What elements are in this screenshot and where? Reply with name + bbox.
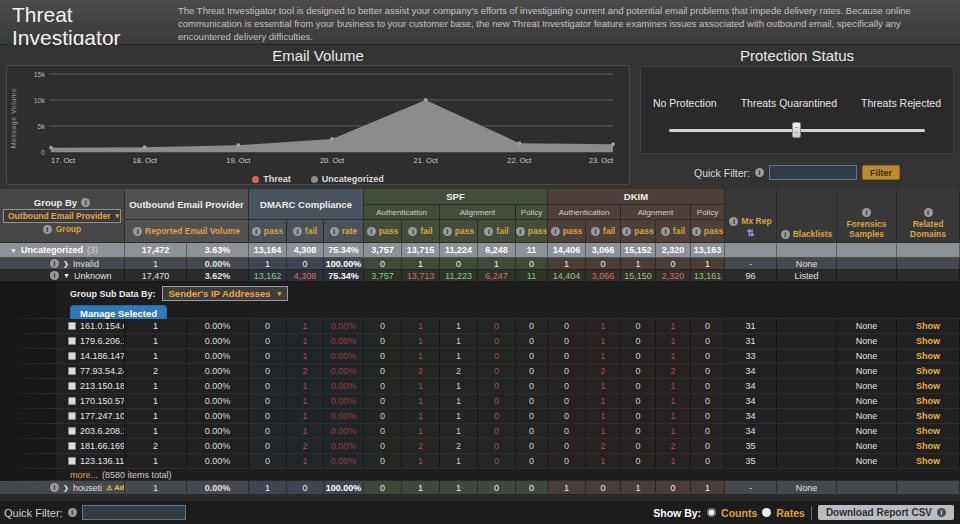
row-unknown-spf-fail: 13,713: [402, 270, 440, 282]
show-by-counts-label[interactable]: Counts: [721, 507, 757, 519]
adjust-warning-badge[interactable]: ⚠Adjust: [106, 483, 125, 492]
show-by-rates-label[interactable]: Rates: [776, 507, 805, 519]
ip-dkim-pass: 0: [621, 364, 656, 379]
col-header-dkim-fail: ifail: [586, 220, 621, 243]
info-icon[interactable]: i: [81, 198, 90, 207]
ip-row-checkbox[interactable]: [68, 382, 76, 390]
ip-row-checkbox[interactable]: [68, 442, 76, 450]
quick-filter-input-bottom[interactable]: [82, 505, 186, 520]
more-link[interactable]: more...: [70, 470, 98, 480]
ip-row-checkbox[interactable]: [68, 412, 76, 420]
info-icon[interactable]: i: [591, 227, 600, 236]
ip-spf-fail: 0: [478, 334, 516, 349]
info-icon[interactable]: i: [862, 208, 871, 217]
caret-down-icon: ▾: [278, 290, 282, 298]
slider-handle[interactable]: [792, 122, 801, 138]
ip-row-checkbox[interactable]: [68, 427, 76, 435]
info-icon[interactable]: i: [367, 227, 376, 236]
group-by-dropdown[interactable]: Outbound Email Provider▾: [3, 209, 121, 223]
ip-row-checkbox[interactable]: [68, 457, 76, 465]
show-related-domains-link[interactable]: Show: [916, 381, 940, 391]
ip-dmarc-rate: 0.00%: [324, 379, 364, 394]
quick-filter-label: Quick Filter:: [694, 167, 750, 179]
ip-row-checkbox[interactable]: [68, 397, 76, 405]
ip-address: 179.6.206.149: [80, 336, 125, 346]
row-houseti-volume-rate: 0.00%: [187, 481, 249, 495]
info-icon[interactable]: i: [133, 227, 142, 236]
ip-row-checkbox[interactable]: [68, 352, 76, 360]
ip-dkim-fail: 1: [656, 454, 691, 469]
ip-row-checkbox[interactable]: [68, 337, 76, 345]
show-related-domains-link[interactable]: Show: [916, 351, 940, 361]
ip-related: Show: [897, 319, 960, 334]
filter-button[interactable]: Filter: [862, 165, 900, 180]
info-icon[interactable]: i: [484, 227, 493, 236]
info-icon[interactable]: i: [937, 508, 946, 517]
row-uncategorized-name[interactable]: ▼Uncategorized(3): [0, 243, 125, 258]
show-related-domains-link[interactable]: Show: [916, 411, 940, 421]
legend-item-threat[interactable]: Threat: [252, 174, 291, 184]
row-uncategorized-dkim-pass: 14,406: [548, 243, 586, 258]
info-icon[interactable]: i: [293, 227, 302, 236]
info-icon[interactable]: i: [755, 168, 764, 177]
ip-spf-fail: 0: [478, 394, 516, 409]
show-related-domains-link[interactable]: Show: [916, 321, 940, 331]
ip-row-checkbox[interactable]: [68, 367, 76, 375]
show-related-domains-link[interactable]: Show: [916, 366, 940, 376]
sub-group-dropdown[interactable]: Sender's IP Addresses▾: [162, 286, 289, 301]
expand-arrow[interactable]: ❯: [63, 484, 69, 492]
ip-related: Show: [897, 439, 960, 454]
row-houseti-volume: 1: [125, 481, 187, 495]
row-houseti-spf-pass: 0: [364, 481, 402, 495]
info-icon[interactable]: i: [661, 227, 670, 236]
ip-spf-pass: 1: [440, 424, 478, 439]
ip-dkim-pass: 0: [548, 439, 586, 454]
info-icon[interactable]: i: [50, 483, 59, 492]
col-header-spf-pass: ipass: [516, 220, 548, 243]
svg-text:17. Oct: 17. Oct: [51, 156, 76, 165]
download-report-csv-button[interactable]: Download Report CSV i: [818, 505, 954, 520]
info-icon[interactable]: i: [516, 227, 525, 236]
ip-row-checkbox[interactable]: [68, 322, 76, 330]
info-icon[interactable]: i: [408, 227, 417, 236]
row-houseti-dkim-fail: 0: [586, 481, 621, 495]
expand-arrow[interactable]: ▼: [10, 247, 17, 254]
legend-item-uncategorized[interactable]: Uncategorized: [311, 174, 384, 184]
info-icon[interactable]: i: [692, 227, 701, 236]
row-uncategorized-spf-pass: 11,224: [440, 243, 478, 258]
info-icon[interactable]: i: [551, 227, 560, 236]
ip-volume: 1: [125, 409, 187, 424]
info-icon[interactable]: i: [781, 230, 790, 239]
show-related-domains-link[interactable]: Show: [916, 396, 940, 406]
info-icon[interactable]: i: [50, 259, 59, 268]
expand-arrow[interactable]: ❯: [63, 260, 69, 268]
show-related-domains-link[interactable]: Show: [916, 456, 940, 466]
show-related-domains-link[interactable]: Show: [916, 441, 940, 451]
info-icon[interactable]: i: [443, 227, 452, 236]
info-icon[interactable]: i: [43, 225, 52, 234]
info-icon[interactable]: i: [68, 508, 77, 517]
row-houseti-name[interactable]: i❯houseti⚠Adjust: [0, 481, 125, 495]
row-unknown-dmarc-rate: 75.34%: [324, 270, 364, 282]
row-invalid-name[interactable]: i❯Invalid: [0, 258, 125, 270]
sort-icon[interactable]: ⇅: [747, 229, 755, 239]
show-related-domains-link[interactable]: Show: [916, 426, 940, 436]
row-unknown-name[interactable]: i▼Unknown: [0, 270, 125, 282]
ip-spf-fail: 1: [402, 424, 440, 439]
show-by-counts-radio[interactable]: [707, 508, 716, 517]
info-icon[interactable]: i: [50, 271, 59, 280]
ip-blacklists: [777, 454, 837, 469]
ip-blacklists: [777, 349, 837, 364]
info-icon[interactable]: i: [252, 227, 261, 236]
info-icon[interactable]: i: [729, 217, 738, 226]
show-related-domains-link[interactable]: Show: [916, 336, 940, 346]
info-icon[interactable]: i: [924, 208, 933, 217]
quick-filter-input[interactable]: [769, 165, 857, 180]
info-icon[interactable]: i: [330, 227, 339, 236]
ip-dkim-fail: 1: [586, 394, 621, 409]
show-by-rates-radio[interactable]: [762, 508, 771, 517]
info-icon[interactable]: i: [622, 227, 631, 236]
slider-track[interactable]: [669, 129, 925, 132]
ip-row-name: 161.0.154.6: [0, 319, 125, 334]
expand-arrow[interactable]: ▼: [63, 272, 70, 279]
